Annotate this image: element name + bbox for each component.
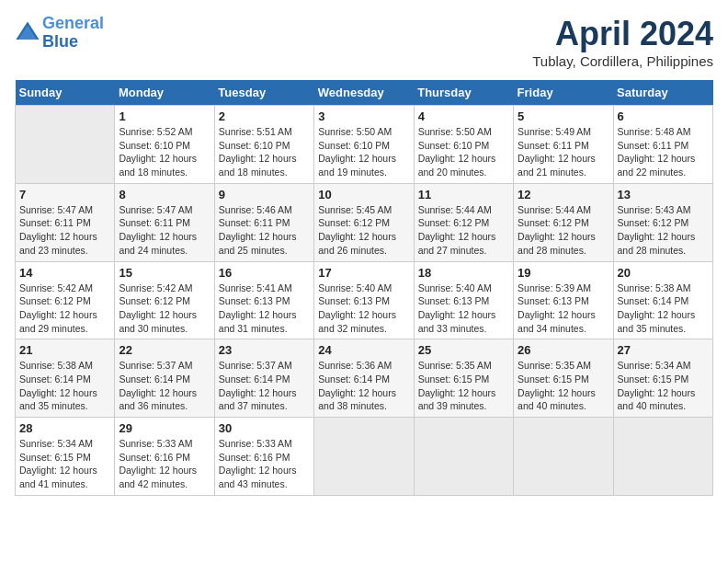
day-number: 28 — [19, 421, 110, 435]
logo-text: General Blue — [42, 15, 104, 52]
day-number: 24 — [318, 343, 409, 357]
calendar-cell — [414, 418, 513, 496]
cell-info: Sunrise: 5:40 AMSunset: 6:13 PMDaylight:… — [418, 282, 509, 336]
weekday-header: Monday — [115, 80, 214, 106]
day-number: 18 — [418, 266, 509, 280]
cell-info: Sunrise: 5:37 AMSunset: 6:14 PMDaylight:… — [119, 359, 210, 413]
cell-info: Sunrise: 5:42 AMSunset: 6:12 PMDaylight:… — [19, 282, 110, 336]
cell-info: Sunrise: 5:49 AMSunset: 6:11 PMDaylight:… — [518, 125, 609, 179]
calendar-cell: 9Sunrise: 5:46 AMSunset: 6:11 PMDaylight… — [214, 183, 313, 261]
cell-info: Sunrise: 5:43 AMSunset: 6:12 PMDaylight:… — [618, 203, 709, 258]
calendar-cell — [16, 106, 115, 184]
calendar-cell: 10Sunrise: 5:45 AMSunset: 6:12 PMDayligh… — [314, 183, 414, 261]
cell-info: Sunrise: 5:41 AMSunset: 6:13 PMDaylight:… — [219, 282, 310, 336]
calendar-cell: 16Sunrise: 5:41 AMSunset: 6:13 PMDayligh… — [214, 261, 313, 339]
day-number: 9 — [219, 188, 310, 201]
cell-info: Sunrise: 5:36 AMSunset: 6:14 PMDaylight:… — [318, 359, 409, 413]
header: General Blue April 2024 Tublay, Cordille… — [15, 15, 713, 69]
day-number: 29 — [119, 421, 210, 435]
calendar-cell: 27Sunrise: 5:34 AMSunset: 6:15 PMDayligh… — [613, 339, 712, 418]
day-number: 23 — [219, 343, 310, 357]
day-number: 20 — [618, 266, 709, 280]
calendar-cell: 1Sunrise: 5:52 AMSunset: 6:10 PMDaylight… — [115, 106, 214, 184]
logo: General Blue — [15, 15, 104, 52]
calendar-cell: 11Sunrise: 5:44 AMSunset: 6:12 PMDayligh… — [414, 183, 513, 261]
weekday-header-row: SundayMondayTuesdayWednesdayThursdayFrid… — [16, 80, 713, 106]
calendar-cell: 20Sunrise: 5:38 AMSunset: 6:14 PMDayligh… — [613, 261, 712, 339]
cell-info: Sunrise: 5:37 AMSunset: 6:14 PMDaylight:… — [219, 359, 310, 413]
calendar-cell: 28Sunrise: 5:34 AMSunset: 6:15 PMDayligh… — [16, 418, 115, 496]
month-title: April 2024 — [532, 15, 713, 53]
weekday-header: Thursday — [414, 80, 513, 106]
cell-info: Sunrise: 5:48 AMSunset: 6:11 PMDaylight:… — [618, 125, 709, 179]
calendar-cell: 12Sunrise: 5:44 AMSunset: 6:12 PMDayligh… — [514, 183, 613, 261]
cell-info: Sunrise: 5:52 AMSunset: 6:10 PMDaylight:… — [119, 125, 210, 179]
weekday-header: Friday — [514, 80, 613, 106]
cell-info: Sunrise: 5:44 AMSunset: 6:12 PMDaylight:… — [518, 203, 609, 258]
cell-info: Sunrise: 5:46 AMSunset: 6:11 PMDaylight:… — [219, 203, 310, 258]
logo-icon — [15, 20, 40, 46]
day-number: 4 — [418, 109, 509, 123]
calendar-cell: 15Sunrise: 5:42 AMSunset: 6:12 PMDayligh… — [115, 261, 214, 339]
cell-info: Sunrise: 5:35 AMSunset: 6:15 PMDaylight:… — [418, 359, 509, 413]
cell-info: Sunrise: 5:47 AMSunset: 6:11 PMDaylight:… — [119, 203, 210, 258]
calendar-cell: 29Sunrise: 5:33 AMSunset: 6:16 PMDayligh… — [115, 418, 214, 496]
calendar-table: SundayMondayTuesdayWednesdayThursdayFrid… — [15, 80, 713, 496]
calendar-cell: 22Sunrise: 5:37 AMSunset: 6:14 PMDayligh… — [115, 339, 214, 418]
location-subtitle: Tublay, Cordillera, Philippines — [532, 53, 713, 69]
calendar-week-row: 14Sunrise: 5:42 AMSunset: 6:12 PMDayligh… — [16, 261, 713, 339]
day-number: 8 — [119, 188, 210, 201]
day-number: 14 — [19, 266, 110, 280]
title-area: April 2024 Tublay, Cordillera, Philippin… — [532, 15, 713, 69]
weekday-header: Saturday — [613, 80, 712, 106]
day-number: 21 — [19, 343, 110, 357]
calendar-week-row: 1Sunrise: 5:52 AMSunset: 6:10 PMDaylight… — [16, 106, 713, 184]
calendar-cell: 14Sunrise: 5:42 AMSunset: 6:12 PMDayligh… — [16, 261, 115, 339]
day-number: 16 — [219, 266, 310, 280]
calendar-cell: 23Sunrise: 5:37 AMSunset: 6:14 PMDayligh… — [214, 339, 313, 418]
cell-info: Sunrise: 5:40 AMSunset: 6:13 PMDaylight:… — [318, 282, 409, 336]
cell-info: Sunrise: 5:44 AMSunset: 6:12 PMDaylight:… — [418, 203, 509, 258]
cell-info: Sunrise: 5:51 AMSunset: 6:10 PMDaylight:… — [219, 125, 310, 179]
cell-info: Sunrise: 5:42 AMSunset: 6:12 PMDaylight:… — [119, 282, 210, 336]
cell-info: Sunrise: 5:47 AMSunset: 6:11 PMDaylight:… — [19, 203, 110, 258]
calendar-cell: 5Sunrise: 5:49 AMSunset: 6:11 PMDaylight… — [514, 106, 613, 184]
calendar-cell: 18Sunrise: 5:40 AMSunset: 6:13 PMDayligh… — [414, 261, 513, 339]
day-number: 6 — [618, 109, 709, 123]
calendar-cell: 8Sunrise: 5:47 AMSunset: 6:11 PMDaylight… — [115, 183, 214, 261]
weekday-header: Wednesday — [314, 80, 414, 106]
day-number: 5 — [518, 109, 609, 123]
day-number: 10 — [318, 188, 409, 201]
day-number: 2 — [219, 109, 310, 123]
cell-info: Sunrise: 5:50 AMSunset: 6:10 PMDaylight:… — [318, 125, 409, 179]
calendar-cell: 30Sunrise: 5:33 AMSunset: 6:16 PMDayligh… — [214, 418, 313, 496]
day-number: 12 — [518, 188, 609, 201]
day-number: 3 — [318, 109, 409, 123]
calendar-week-row: 21Sunrise: 5:38 AMSunset: 6:14 PMDayligh… — [16, 339, 713, 418]
cell-info: Sunrise: 5:50 AMSunset: 6:10 PMDaylight:… — [418, 125, 509, 179]
day-number: 25 — [418, 343, 509, 357]
cell-info: Sunrise: 5:33 AMSunset: 6:16 PMDaylight:… — [119, 437, 210, 491]
day-number: 30 — [219, 421, 310, 435]
calendar-cell: 17Sunrise: 5:40 AMSunset: 6:13 PMDayligh… — [314, 261, 414, 339]
calendar-cell: 2Sunrise: 5:51 AMSunset: 6:10 PMDaylight… — [214, 106, 313, 184]
calendar-week-row: 7Sunrise: 5:47 AMSunset: 6:11 PMDaylight… — [16, 183, 713, 261]
calendar-cell — [514, 418, 613, 496]
calendar-week-row: 28Sunrise: 5:34 AMSunset: 6:15 PMDayligh… — [16, 418, 713, 496]
day-number: 19 — [518, 266, 609, 280]
day-number: 13 — [618, 188, 709, 201]
calendar-cell: 24Sunrise: 5:36 AMSunset: 6:14 PMDayligh… — [314, 339, 414, 418]
calendar-cell: 4Sunrise: 5:50 AMSunset: 6:10 PMDaylight… — [414, 106, 513, 184]
day-number: 22 — [119, 343, 210, 357]
cell-info: Sunrise: 5:39 AMSunset: 6:13 PMDaylight:… — [518, 282, 609, 336]
day-number: 27 — [618, 343, 709, 357]
cell-info: Sunrise: 5:34 AMSunset: 6:15 PMDaylight:… — [618, 359, 709, 413]
cell-info: Sunrise: 5:35 AMSunset: 6:15 PMDaylight:… — [518, 359, 609, 413]
calendar-cell: 7Sunrise: 5:47 AMSunset: 6:11 PMDaylight… — [16, 183, 115, 261]
day-number: 15 — [119, 266, 210, 280]
calendar-cell: 25Sunrise: 5:35 AMSunset: 6:15 PMDayligh… — [414, 339, 513, 418]
day-number: 11 — [418, 188, 509, 201]
cell-info: Sunrise: 5:45 AMSunset: 6:12 PMDaylight:… — [318, 203, 409, 258]
day-number: 1 — [119, 109, 210, 123]
weekday-header: Tuesday — [214, 80, 313, 106]
